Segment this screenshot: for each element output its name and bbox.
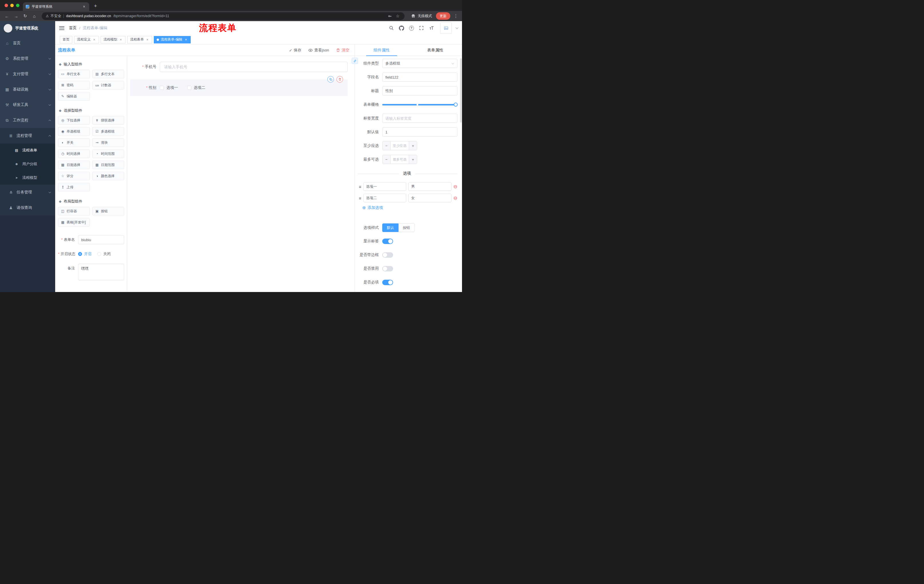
sidebar-item-devtools[interactable]: 研发工具	[0, 97, 55, 113]
min-select-input[interactable]	[391, 141, 409, 150]
sidebar-item-process-form[interactable]: 流程表单	[0, 143, 55, 157]
add-option-button[interactable]: 添加选项	[362, 205, 457, 210]
fullscreen-icon[interactable]	[419, 25, 424, 31]
scrollbar-thumb[interactable]	[460, 58, 462, 123]
option-1-value-input[interactable]	[408, 182, 451, 191]
show-label-toggle[interactable]	[382, 239, 393, 244]
title-input[interactable]	[382, 86, 457, 95]
tag-close-icon[interactable]	[119, 38, 123, 41]
decrease-button[interactable]	[383, 141, 391, 150]
palette-item-radio-group[interactable]: 单选框组	[58, 127, 90, 136]
palette-item-button[interactable]: 按钮	[92, 207, 124, 216]
required-toggle[interactable]	[382, 280, 393, 285]
copy-link-button[interactable]	[351, 58, 358, 64]
palette-item-password[interactable]: 密码	[58, 81, 90, 89]
style-button-button[interactable]: 按钮	[399, 224, 414, 232]
palette-item-select[interactable]: 下拉选择	[58, 116, 90, 125]
save-button[interactable]: 保存	[289, 48, 301, 53]
label-width-input[interactable]	[382, 114, 457, 123]
password-key-icon[interactable]	[387, 13, 393, 19]
scrollbar[interactable]	[460, 57, 462, 291]
option-drag-icon[interactable]	[359, 196, 361, 201]
decrease-button[interactable]	[383, 155, 391, 164]
disabled-toggle[interactable]	[382, 266, 393, 271]
palette-item-single-line-text[interactable]: 单行文本	[58, 70, 90, 78]
minimize-window-button[interactable]	[10, 4, 14, 7]
search-icon[interactable]	[389, 25, 394, 31]
increase-button[interactable]	[409, 155, 417, 164]
sidebar-item-payment-management[interactable]: 支付管理	[0, 66, 55, 82]
tag-close-icon[interactable]	[184, 38, 188, 41]
tag-process-form-edit[interactable]: 流程表单-编辑	[154, 36, 191, 43]
slider-handle[interactable]	[454, 102, 458, 107]
palette-item-date-picker[interactable]: 日期选择	[58, 161, 90, 169]
chrome-update-button[interactable]: 更新	[436, 12, 450, 20]
browser-home-button[interactable]	[30, 12, 38, 20]
gender-option-1-checkbox[interactable]: 选项一	[160, 85, 178, 90]
reload-button[interactable]	[21, 12, 29, 20]
copy-component-button[interactable]	[327, 76, 334, 82]
github-icon[interactable]	[399, 25, 404, 31]
remove-option-icon[interactable]	[454, 184, 457, 189]
max-select-input[interactable]	[391, 155, 409, 164]
new-tab-button[interactable]	[91, 2, 99, 10]
palette-item-editor[interactable]: 编辑器	[58, 92, 90, 100]
tag-home[interactable]: 首页	[60, 36, 72, 43]
field-gender[interactable]: 性别 选项一 选项二	[130, 85, 348, 90]
zoom-window-button[interactable]	[16, 4, 20, 7]
palette-item-row-container[interactable]: 行容器	[58, 207, 90, 216]
security-chip[interactable]: 不安全	[46, 14, 61, 18]
sidebar-item-task-management[interactable]: 任务管理	[0, 184, 55, 200]
gender-option-2-checkbox[interactable]: 选项二	[187, 85, 206, 90]
tag-close-icon[interactable]	[145, 38, 149, 41]
palette-item-checkbox-group[interactable]: 多选框组	[92, 127, 124, 136]
bookmark-star-icon[interactable]	[395, 13, 401, 19]
tag-process-model[interactable]: 流程模型	[101, 36, 125, 43]
form-remark-textarea[interactable]: 嘿嘿	[78, 264, 124, 280]
sidebar-item-workflow[interactable]: 工作流程	[0, 113, 55, 128]
avatar-caret-icon[interactable]	[456, 26, 459, 29]
palette-item-cascader[interactable]: 级联选择	[92, 116, 124, 125]
palette-item-upload[interactable]: 上传	[58, 183, 90, 191]
option-1-label-input[interactable]	[363, 182, 406, 191]
sidebar-item-process-management[interactable]: 流程管理	[0, 128, 55, 143]
sidebar-item-leave-query[interactable]: 请假查询	[0, 200, 55, 216]
component-type-select[interactable]: 多选框组	[382, 59, 457, 68]
palette-item-time-range[interactable]: 时间范围	[92, 150, 124, 158]
form-grid-slider[interactable]	[382, 100, 457, 109]
palette-item-color-picker[interactable]: 颜色选择	[92, 172, 124, 180]
palette-item-time-picker[interactable]: 时间选择	[58, 150, 90, 158]
palette-item-date-range[interactable]: 日期范围	[92, 161, 124, 169]
sidebar-item-infrastructure[interactable]: 基础设施	[0, 82, 55, 97]
option-2-label-input[interactable]	[363, 194, 406, 202]
default-value-input[interactable]	[382, 127, 457, 137]
back-button[interactable]	[3, 12, 11, 20]
palette-item-multi-line-text[interactable]: 多行文本	[92, 70, 124, 78]
sidebar-item-user-group[interactable]: 用户分组	[0, 157, 55, 171]
palette-item-table[interactable]: 表格[开发中]	[58, 218, 90, 227]
slider-track[interactable]	[382, 104, 456, 105]
palette-item-switch[interactable]: 开关	[58, 138, 90, 147]
tab-form-props[interactable]: 表单属性	[409, 44, 462, 56]
browser-menu-icon[interactable]	[451, 13, 459, 18]
tab-component-props[interactable]: 组件属性	[355, 44, 409, 56]
palette-item-slider[interactable]: 滑块	[92, 138, 124, 147]
tag-process-definition[interactable]: 流程定义	[74, 36, 99, 43]
status-off-radio[interactable]: 关闭	[97, 252, 111, 257]
clear-button[interactable]: 清空	[336, 48, 349, 53]
browser-tab[interactable]: 芋道管理系统	[23, 2, 89, 11]
breadcrumb-home[interactable]: 首页	[69, 25, 77, 31]
close-window-button[interactable]	[5, 4, 8, 7]
tag-process-form[interactable]: 流程表单	[127, 36, 152, 43]
palette-item-rate[interactable]: 评分	[58, 172, 90, 180]
sidebar-item-home[interactable]: 首页	[0, 35, 55, 51]
tag-close-icon[interactable]	[92, 38, 96, 41]
delete-component-button[interactable]	[337, 76, 343, 82]
border-toggle[interactable]	[382, 252, 393, 258]
style-default-button[interactable]: 默认	[382, 224, 399, 232]
sidebar-item-process-model[interactable]: 流程模型	[0, 171, 55, 184]
increase-button[interactable]	[409, 141, 417, 150]
tab-close-icon[interactable]	[82, 4, 86, 9]
help-icon[interactable]	[409, 25, 414, 31]
view-json-button[interactable]: 查看json	[308, 48, 329, 53]
